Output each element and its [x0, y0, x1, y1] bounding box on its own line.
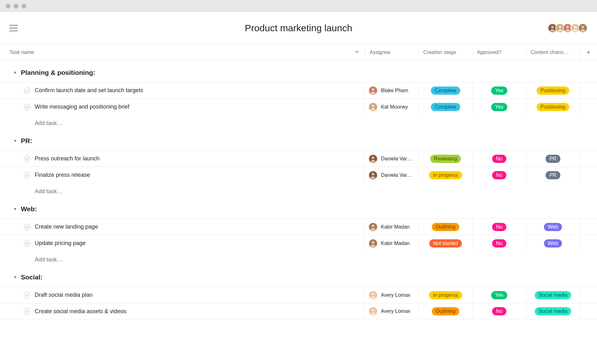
pill-pr[interactable]: PR: [546, 155, 560, 163]
assignee-cell[interactable]: Kabir Madan: [365, 235, 419, 251]
pill-pr[interactable]: PR: [546, 171, 560, 179]
stage-cell[interactable]: Reviewing: [419, 151, 472, 167]
column-header-task[interactable]: Task name: [0, 45, 365, 60]
task-main[interactable]: Confirm launch date and set launch targe…: [0, 82, 365, 98]
assignee-cell[interactable]: Avery Lomax: [365, 287, 419, 303]
task-main[interactable]: Press outreach for launch: [0, 151, 365, 167]
stage-cell[interactable]: Complete: [419, 99, 472, 115]
pill-not started[interactable]: Not started: [429, 239, 461, 248]
channel-cell[interactable]: PR: [526, 167, 580, 183]
section-header[interactable]: ▼Planning & positioning:: [0, 63, 597, 82]
channel-cell[interactable]: PR: [526, 151, 580, 167]
traffic-light-close[interactable]: [6, 4, 10, 9]
approved-cell[interactable]: Yes: [472, 99, 526, 115]
add-task-input[interactable]: Add task…: [0, 183, 597, 200]
pill-outlining[interactable]: Outlining: [432, 223, 459, 231]
traffic-light-min[interactable]: [14, 4, 18, 9]
complete-task-icon[interactable]: [24, 172, 30, 178]
complete-task-icon[interactable]: [24, 104, 30, 110]
section-header[interactable]: ▼Social:: [0, 268, 597, 287]
assignee-cell[interactable]: Kabir Madan: [365, 219, 419, 235]
pill-in progress[interactable]: In progress: [429, 171, 462, 179]
collapse-triangle-icon[interactable]: ▼: [13, 139, 17, 143]
pill-no[interactable]: No: [492, 223, 506, 231]
pill-web[interactable]: Web: [544, 223, 562, 231]
assignee-cell[interactable]: Blake Pham: [365, 82, 419, 98]
assignee-cell[interactable]: Kat Mooney: [365, 99, 419, 115]
complete-task-icon[interactable]: [24, 224, 30, 230]
channel-cell[interactable]: Positioning: [526, 82, 580, 98]
pill-web[interactable]: Web: [544, 239, 562, 248]
complete-task-icon[interactable]: [24, 308, 30, 314]
complete-task-icon[interactable]: [24, 240, 30, 247]
task-main[interactable]: Draft social media plan: [0, 287, 365, 303]
task-row[interactable]: Create new landing page Kabir Madan Outl…: [0, 218, 597, 235]
complete-task-icon[interactable]: [24, 292, 30, 298]
task-row[interactable]: Write messaging and positioning brief Ka…: [0, 98, 597, 115]
pill-positioning[interactable]: Positioning: [537, 103, 569, 111]
section-header[interactable]: ▼PR:: [0, 131, 597, 150]
assignee-cell[interactable]: Daniela Var…: [365, 151, 419, 167]
task-row[interactable]: Press outreach for launch Daniela Var… R…: [0, 150, 597, 167]
stage-cell[interactable]: In progress: [419, 167, 472, 183]
avatar[interactable]: [578, 23, 588, 33]
task-row[interactable]: Draft social media plan Avery Lomax In p…: [0, 287, 597, 303]
pill-social media[interactable]: Social media: [535, 291, 571, 299]
add-task-input[interactable]: Add task…: [0, 115, 597, 131]
pill-yes[interactable]: Yes: [491, 103, 507, 111]
member-avatars[interactable]: [550, 23, 588, 33]
approved-cell[interactable]: Yes: [472, 82, 526, 98]
task-row[interactable]: Confirm launch date and set launch targe…: [0, 82, 597, 98]
assignee-cell[interactable]: Avery Lomax: [365, 303, 419, 319]
pill-no[interactable]: No: [492, 307, 506, 315]
task-main[interactable]: Create new landing page: [0, 219, 365, 235]
channel-cell[interactable]: Web: [526, 235, 580, 251]
pill-outlining[interactable]: Outlining: [432, 307, 459, 315]
approved-cell[interactable]: No: [472, 303, 526, 319]
section-header[interactable]: ▼Web:: [0, 200, 597, 218]
stage-cell[interactable]: Not started: [419, 235, 472, 251]
pill-no[interactable]: No: [492, 171, 506, 179]
task-main[interactable]: Create social media assets & videos: [0, 303, 365, 319]
add-task-input[interactable]: Add task…: [0, 251, 597, 268]
column-header-assignee[interactable]: Assignee: [365, 45, 419, 60]
traffic-light-max[interactable]: [21, 4, 26, 9]
column-header-approved[interactable]: Approved?: [472, 45, 526, 60]
collapse-triangle-icon[interactable]: ▼: [13, 70, 17, 75]
stage-cell[interactable]: Outlining: [419, 303, 472, 319]
complete-task-icon[interactable]: [24, 87, 30, 94]
column-header-stage[interactable]: Creation stage: [419, 45, 472, 60]
pill-in progress[interactable]: In progress: [429, 291, 462, 299]
approved-cell[interactable]: No: [472, 235, 526, 251]
approved-cell[interactable]: No: [472, 219, 526, 235]
task-main[interactable]: Finalize press release: [0, 167, 365, 183]
channel-cell[interactable]: Web: [526, 219, 580, 235]
column-header-channel[interactable]: Content chann…: [526, 45, 580, 60]
pill-yes[interactable]: Yes: [491, 87, 507, 95]
task-main[interactable]: Update pricing page: [0, 235, 365, 251]
channel-cell[interactable]: Social media: [526, 287, 580, 303]
task-row[interactable]: Finalize press release Daniela Var… In p…: [0, 167, 597, 183]
hamburger-menu-icon[interactable]: [9, 25, 18, 31]
pill-complete[interactable]: Complete: [431, 87, 460, 95]
collapse-triangle-icon[interactable]: ▼: [13, 207, 17, 211]
pill-complete[interactable]: Complete: [431, 103, 460, 111]
complete-task-icon[interactable]: [24, 156, 30, 162]
collapse-triangle-icon[interactable]: ▼: [13, 275, 17, 279]
assignee-cell[interactable]: Daniela Var…: [365, 167, 419, 183]
stage-cell[interactable]: Complete: [419, 82, 472, 98]
approved-cell[interactable]: Yes: [472, 287, 526, 303]
pill-positioning[interactable]: Positioning: [537, 87, 569, 95]
task-row[interactable]: Update pricing page Kabir Madan Not star…: [0, 235, 597, 251]
stage-cell[interactable]: In progress: [419, 287, 472, 303]
approved-cell[interactable]: No: [472, 151, 526, 167]
pill-no[interactable]: No: [492, 239, 506, 248]
task-main[interactable]: Write messaging and positioning brief: [0, 99, 365, 115]
channel-cell[interactable]: Social media: [526, 303, 580, 319]
pill-no[interactable]: No: [492, 155, 506, 163]
channel-cell[interactable]: Positioning: [526, 99, 580, 115]
stage-cell[interactable]: Outlining: [419, 219, 472, 235]
pill-yes[interactable]: Yes: [491, 291, 507, 299]
add-column-button[interactable]: +: [580, 45, 597, 60]
chevron-down-icon[interactable]: [355, 50, 359, 55]
